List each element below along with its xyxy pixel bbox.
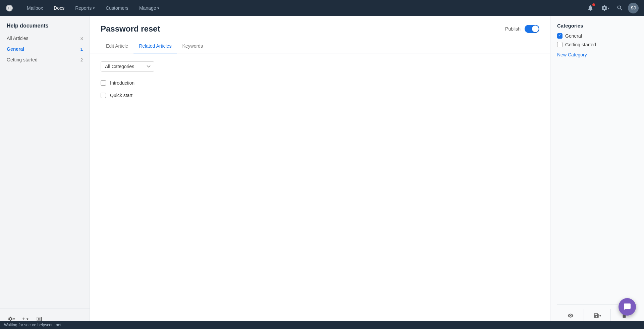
add-dropdown-arrow: ▾: [26, 317, 29, 321]
quickstart-checkbox[interactable]: [101, 93, 106, 98]
related-articles-list: Introduction Quick start: [101, 77, 539, 101]
nav-reports[interactable]: Reports ▾: [70, 0, 100, 16]
category-general-label: General: [565, 33, 582, 39]
sidebar: Help documents All Articles 3 General 1 …: [0, 16, 90, 329]
manage-dropdown-icon: ▾: [157, 6, 159, 10]
panel-save-button[interactable]: ▾: [584, 309, 611, 322]
category-general: General: [557, 33, 637, 39]
toggle-knob: [532, 26, 539, 32]
publish-label: Publish: [505, 26, 521, 32]
list-item-quickstart: Quick start: [101, 89, 539, 101]
sidebar-item-getting-started[interactable]: Getting started 2: [0, 54, 90, 65]
tab-related-articles[interactable]: Related Articles: [133, 39, 177, 53]
notifications-button[interactable]: [584, 1, 597, 15]
avatar[interactable]: SJ: [628, 3, 639, 13]
nav-mailbox[interactable]: Mailbox: [21, 0, 48, 16]
article-tabs: Edit Article Related Articles Keywords: [90, 39, 550, 53]
main-layout: Help documents All Articles 3 General 1 …: [0, 16, 644, 329]
category-getting-started-checkbox[interactable]: [557, 42, 562, 47]
notification-badge: [592, 3, 595, 6]
reports-dropdown-icon: ▾: [93, 6, 95, 10]
publish-area: Publish: [505, 25, 539, 33]
list-item-introduction: Introduction: [101, 77, 539, 89]
sidebar-item-general[interactable]: General 1: [0, 44, 90, 54]
main-content: Password reset Publish Edit Article Rela…: [90, 16, 550, 329]
publish-toggle[interactable]: [525, 25, 539, 33]
article-title: Password reset: [101, 24, 160, 34]
category-filter-select[interactable]: All Categories General Getting started: [101, 61, 154, 72]
category-general-checkbox[interactable]: [557, 33, 562, 39]
status-text: Waiting for secure.helpscout.net...: [4, 323, 65, 327]
settings-button[interactable]: ▾: [598, 1, 612, 15]
app-logo[interactable]: [5, 4, 13, 12]
category-getting-started: Getting started: [557, 42, 637, 47]
settings-dropdown-arrow: ▾: [13, 317, 15, 321]
sidebar-item-all-articles[interactable]: All Articles 3: [0, 33, 90, 44]
nav-docs[interactable]: Docs: [48, 0, 70, 16]
right-panel: Categories General Getting started New C…: [550, 16, 644, 329]
article-header: Password reset Publish: [90, 16, 550, 39]
nav-manage[interactable]: Manage ▾: [134, 0, 165, 16]
search-button[interactable]: [613, 1, 627, 15]
nav-customers[interactable]: Customers: [100, 0, 134, 16]
new-category-link[interactable]: New Category: [557, 52, 637, 57]
top-nav: Mailbox Docs Reports ▾ Customers Manage …: [0, 0, 644, 16]
tab-keywords[interactable]: Keywords: [177, 39, 208, 53]
categories-title: Categories: [557, 23, 637, 29]
introduction-checkbox[interactable]: [101, 80, 106, 86]
quickstart-label[interactable]: Quick start: [110, 93, 132, 98]
status-bar: Waiting for secure.helpscout.net...: [0, 321, 644, 329]
nav-right: ▾ SJ: [584, 1, 639, 15]
save-dropdown-icon: ▾: [599, 314, 601, 318]
panel-preview-button[interactable]: [557, 309, 584, 322]
sidebar-title: Help documents: [0, 16, 90, 33]
introduction-label[interactable]: Introduction: [110, 80, 135, 86]
chat-bubble[interactable]: [619, 298, 636, 316]
tab-edit-article[interactable]: Edit Article: [101, 39, 133, 53]
settings-dropdown-icon: ▾: [608, 6, 609, 10]
category-getting-started-label: Getting started: [565, 42, 596, 47]
content-area: All Categories General Getting started I…: [90, 53, 550, 329]
